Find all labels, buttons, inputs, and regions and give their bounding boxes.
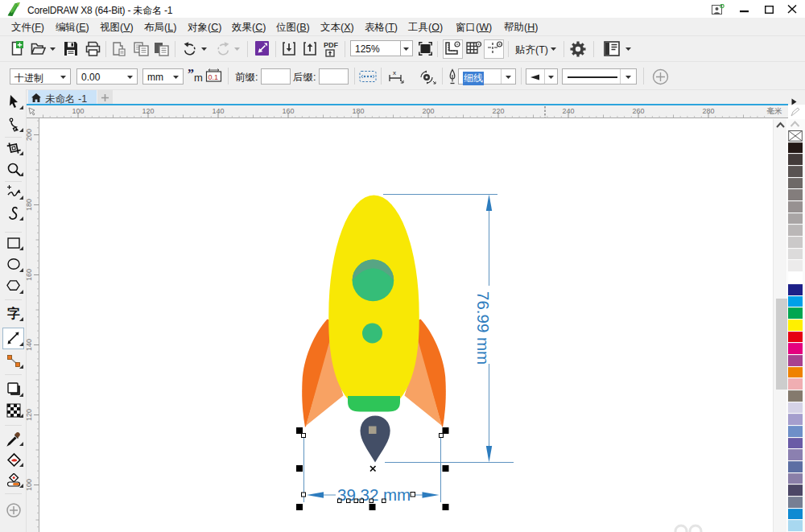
svg-text:0.1: 0.1 bbox=[208, 73, 219, 81]
svg-text:字: 字 bbox=[7, 306, 20, 320]
svg-text:x: x bbox=[393, 69, 396, 76]
svg-text:”: ” bbox=[188, 68, 194, 80]
svg-text:PDF: PDF bbox=[324, 41, 338, 49]
svg-text:m: m bbox=[194, 72, 203, 84]
